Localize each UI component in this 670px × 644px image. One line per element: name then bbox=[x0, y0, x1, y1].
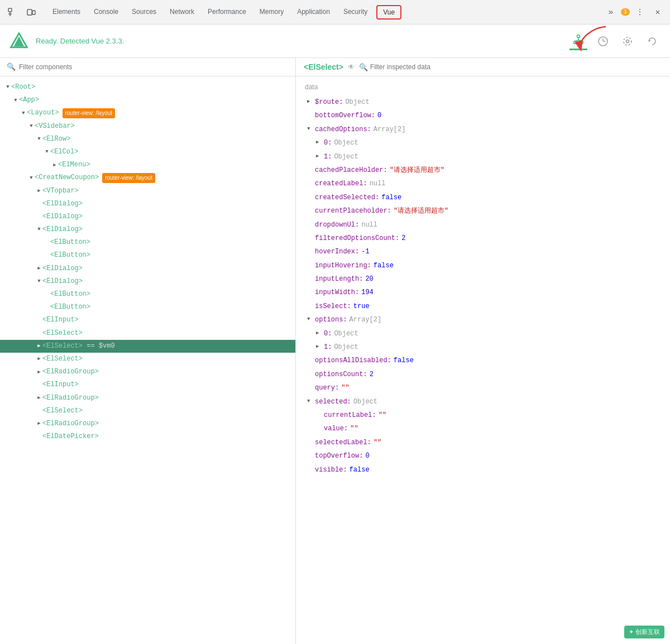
filter-inspected-input[interactable] bbox=[370, 63, 454, 71]
tab-performance[interactable]: Performance bbox=[201, 0, 253, 24]
tree-item[interactable]: ▶<ElMenu> bbox=[0, 158, 295, 171]
data-row[interactable]: isSelect: true bbox=[305, 300, 661, 313]
tab-application[interactable]: Application bbox=[290, 0, 337, 24]
tree-toggle-icon: ▼ bbox=[36, 277, 42, 285]
data-row[interactable]: hoverIndex: -1 bbox=[305, 245, 661, 258]
data-row[interactable]: inputLength: 20 bbox=[305, 272, 661, 286]
tree-item[interactable]: ▼<ElCol> bbox=[0, 146, 295, 158]
tree-item[interactable]: ▼<VSidebar> bbox=[0, 120, 295, 133]
component-tree-button[interactable] bbox=[570, 32, 587, 50]
tab-vue[interactable]: Vue bbox=[376, 5, 401, 20]
data-row[interactable]: createdLabel: null bbox=[305, 177, 661, 190]
refresh-button[interactable] bbox=[643, 32, 661, 50]
data-row[interactable]: ▼cachedOptions: Array[2] bbox=[305, 123, 661, 136]
tree-item-label: <ElDialog> bbox=[42, 263, 83, 274]
data-key: inputWidth: bbox=[315, 287, 359, 298]
data-row[interactable]: ▶0: Object bbox=[305, 327, 661, 340]
timeline-button[interactable] bbox=[594, 32, 612, 50]
data-value: "请选择适用超市" bbox=[394, 205, 448, 217]
svg-point-8 bbox=[577, 35, 580, 38]
data-row[interactable]: ▶0: Object bbox=[305, 136, 661, 150]
svg-marker-7 bbox=[14, 36, 24, 46]
more-options-icon[interactable]: ⋮ bbox=[632, 4, 648, 20]
data-row[interactable]: ▼options: Array[2] bbox=[305, 313, 661, 326]
data-row[interactable]: inputWidth: 194 bbox=[305, 286, 661, 299]
data-key: selected: bbox=[315, 396, 351, 407]
tree-item-label: <ElDialog> bbox=[42, 224, 83, 235]
data-expand-icon: ▼ bbox=[307, 397, 315, 406]
data-section-label: data bbox=[305, 83, 661, 91]
tree-item[interactable]: <ElSelect> bbox=[0, 405, 295, 417]
tab-security[interactable]: Security bbox=[337, 0, 374, 24]
device-icon[interactable] bbox=[23, 4, 39, 20]
tree-item[interactable]: <ElInput> bbox=[0, 314, 295, 326]
data-row[interactable]: ▼selected: Object bbox=[305, 395, 661, 408]
data-row[interactable]: inputHovering: false bbox=[305, 259, 661, 272]
tab-elements[interactable]: Elements bbox=[46, 0, 87, 24]
tree-item[interactable]: <ElInput> bbox=[0, 378, 295, 391]
tab-sources[interactable]: Sources bbox=[125, 0, 163, 24]
tree-item[interactable]: <ElButton> bbox=[0, 301, 295, 314]
data-value: Object bbox=[334, 328, 358, 339]
data-row[interactable]: selectedLabel: "" bbox=[305, 436, 661, 449]
svg-rect-0 bbox=[8, 8, 12, 12]
tree-item[interactable]: <ElButton> bbox=[0, 288, 295, 301]
data-row[interactable]: dropdownUl: null bbox=[305, 218, 661, 232]
tree-item[interactable]: ▼<CreatNewCoupon>router-view: /layout bbox=[0, 171, 295, 184]
tree-item-label: <ElRadioGroup> bbox=[42, 367, 99, 377]
tree-item[interactable]: ▶<ElRadioGroup> bbox=[0, 366, 295, 378]
tree-item-label: <VSidebar> bbox=[35, 121, 75, 132]
settings-button[interactable] bbox=[619, 32, 636, 50]
tree-item[interactable]: ▶<ElSelect> == $vm0 bbox=[0, 340, 295, 353]
close-icon[interactable]: ✕ bbox=[650, 4, 666, 20]
tree-item[interactable]: ▶<ElSelect> bbox=[0, 353, 295, 366]
inspect-icon[interactable] bbox=[4, 4, 20, 20]
data-row[interactable]: cachedPlaceHolder: "请选择适用超市" bbox=[305, 164, 661, 177]
data-row[interactable]: currentPlaceholder: "请选择适用超市" bbox=[305, 204, 661, 218]
tree-item[interactable]: ▼<ElRow> bbox=[0, 133, 295, 146]
data-row[interactable]: optionsCount: 2 bbox=[305, 368, 661, 381]
tree-item[interactable]: ▼<ElDialog> bbox=[0, 223, 295, 236]
tree-item[interactable]: ▼<Root> bbox=[0, 81, 295, 94]
tab-console[interactable]: Console bbox=[87, 0, 125, 24]
data-value: "请选择适用超市" bbox=[390, 165, 444, 176]
tree-item[interactable]: <ElButton> bbox=[0, 236, 295, 249]
data-row[interactable]: optionsAllDisabled: false bbox=[305, 354, 661, 367]
data-key: options: bbox=[315, 314, 347, 325]
data-row[interactable]: ▶1: Object bbox=[305, 150, 661, 164]
data-row[interactable]: query: "" bbox=[305, 381, 661, 395]
tree-item[interactable]: <ElDialog> bbox=[0, 198, 295, 210]
tree-item[interactable]: <ElDialog> bbox=[0, 210, 295, 223]
tree-item[interactable]: <ElDatePicker> bbox=[0, 430, 295, 443]
tree-toggle-icon: ▼ bbox=[12, 97, 19, 104]
tree-item-label: <ElSelect> bbox=[42, 328, 83, 339]
filter-components-input[interactable] bbox=[19, 63, 289, 71]
tree-item[interactable]: ▼<App> bbox=[0, 94, 295, 107]
devtools-extra: » 1 ⋮ ✕ bbox=[603, 4, 666, 20]
tree-item[interactable]: ▶<VTopbar> bbox=[0, 185, 295, 198]
tree-item[interactable]: ▼<Layout>router-view: /layout bbox=[0, 107, 295, 119]
tree-item[interactable]: ▶<ElDialog> bbox=[0, 262, 295, 275]
data-row[interactable]: ▶$route: Object bbox=[305, 95, 661, 109]
more-tabs-icon[interactable]: » bbox=[603, 4, 619, 20]
tree-item[interactable]: ▼<ElDialog> bbox=[0, 275, 295, 288]
data-value: "" bbox=[341, 382, 349, 393]
data-row[interactable]: filteredOptionsCount: 2 bbox=[305, 232, 661, 245]
data-row[interactable]: bottomOverflow: 0 bbox=[305, 109, 661, 122]
tree-item[interactable]: <ElSelect> bbox=[0, 327, 295, 340]
tab-network[interactable]: Network bbox=[163, 0, 201, 24]
tree-item[interactable]: ▶<ElRadioGroup> bbox=[0, 392, 295, 405]
data-row[interactable]: visible: false bbox=[305, 463, 661, 477]
data-row[interactable]: createdSelected: false bbox=[305, 191, 661, 204]
data-row[interactable]: value: "" bbox=[305, 422, 661, 435]
data-row[interactable]: currentLabel: "" bbox=[305, 408, 661, 422]
data-row[interactable]: ▶1: Object bbox=[305, 340, 661, 354]
left-panel: 🔍 ▼<Root>▼<App>▼<Layout>router-view: /la… bbox=[0, 58, 296, 644]
data-expand-icon: ▶ bbox=[316, 343, 324, 351]
tree-item[interactable]: ▶<ElRadioGroup> bbox=[0, 417, 295, 430]
tree-toggle-icon: ▶ bbox=[51, 161, 58, 169]
eye-icon[interactable]: 👁 bbox=[348, 63, 355, 71]
tree-item[interactable]: <ElButton> bbox=[0, 249, 295, 262]
tab-memory[interactable]: Memory bbox=[253, 0, 290, 24]
data-row[interactable]: topOverflow: 0 bbox=[305, 449, 661, 463]
